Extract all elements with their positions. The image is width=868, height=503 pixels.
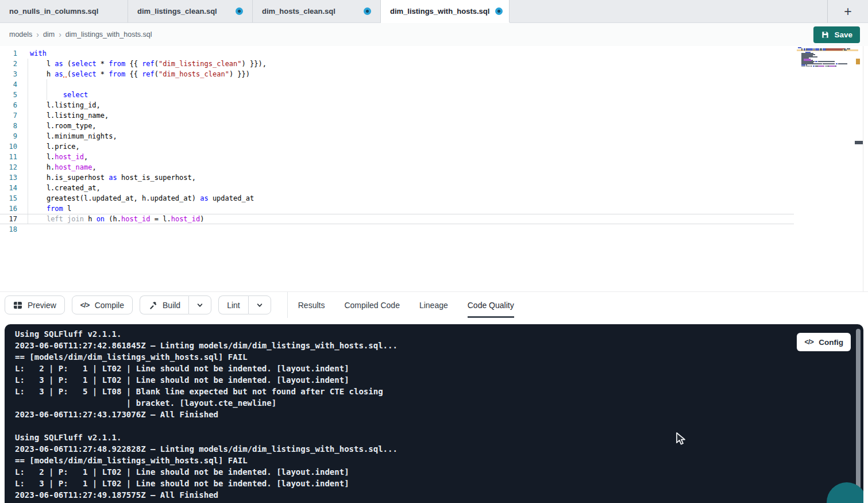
build-dropdown-button[interactable] [188,295,211,314]
line-text: left join h on (h.host_id = l.host_id) [17,214,205,224]
editor-file-tab[interactable]: dim_listings_clean.sql [128,0,253,22]
compile-label: Compile [95,301,124,310]
build-split-button: Build [140,295,211,314]
overview-ruler-warning-marker [856,59,860,64]
line-number: 12 [0,162,17,172]
panel-tab-results[interactable]: Results [298,292,325,318]
tab-label: dim_hosts_clean.sql [262,7,335,16]
code-line[interactable]: 16 from l [0,203,794,214]
terminal-scrollbar[interactable] [856,329,861,503]
preview-button[interactable]: Preview [5,295,65,314]
code-line[interactable]: 7 l.listing_name, [0,110,794,121]
config-button[interactable]: </> Config [797,333,851,351]
lint-split-button: Lint [218,295,271,314]
line-number: 7 [0,110,17,121]
save-icon [821,30,830,39]
line-text: with [17,48,47,59]
line-number: 5 [0,90,17,100]
code-line[interactable]: 13 h.is_superhost as host_is_superhost, [0,172,794,183]
save-button-label: Save [834,30,852,39]
line-text: l.host_id, [17,152,88,162]
editor-file-tab[interactable]: dim_listings_with_hosts.sql [381,0,510,22]
line-text: h.host_name, [17,162,97,172]
breadcrumb: models›dim›dim_listings_with_hosts.sql [9,30,152,39]
lint-button[interactable]: Lint [218,295,248,314]
line-text: l.listing_id, [17,100,101,110]
line-text: l.minimum_nights, [17,131,117,141]
code-line[interactable]: 8 l.room_type, [0,121,794,131]
tab-label: dim_listings_with_hosts.sql [390,7,489,16]
action-bar-divider [287,292,288,318]
line-number: 13 [0,172,17,183]
plus-icon: + [844,4,851,20]
line-text: l.created_at, [17,183,101,193]
tab-bar-tabs: no_nulls_in_columns.sqldim_listings_clea… [0,0,510,22]
panel-tab-lineage[interactable]: Lineage [419,292,448,318]
code-line[interactable]: 18 [0,224,794,235]
line-text: l.room_type, [17,121,97,131]
chevron-down-icon [256,302,263,309]
compile-button[interactable]: </> Compile [72,295,133,314]
line-number: 14 [0,183,17,193]
breadcrumb-separator-icon: › [36,30,39,39]
line-text: l as (select * from {{ ref("dim_listings… [17,59,267,69]
terminal-section: Using SQLFluff v2.1.1. 2023-06-06T11:27:… [0,318,868,503]
code-line[interactable]: 6 l.listing_id, [0,100,794,110]
build-button[interactable]: Build [140,295,188,314]
code-line[interactable]: 4 [0,79,794,90]
line-number: 18 [0,224,17,235]
code-icon: </> [80,301,90,309]
lint-dropdown-button[interactable] [248,295,271,314]
modified-dot-icon [495,7,503,15]
terminal-output: Using SQLFluff v2.1.1. 2023-06-06T11:27:… [5,324,863,501]
code-line[interactable]: 12 h.host_name, [0,162,794,172]
line-number: 16 [0,203,17,214]
modified-dot-icon [236,7,243,15]
editor-file-tab[interactable]: dim_hosts_clean.sql [253,0,381,22]
line-number: 8 [0,121,17,131]
editor-file-tab[interactable]: no_nulls_in_columns.sql [0,0,128,22]
tab-label: dim_listings_clean.sql [137,7,217,16]
save-button[interactable]: Save [813,26,860,43]
breadcrumb-item[interactable]: dim [43,30,55,39]
code-line[interactable]: 1with [0,48,794,59]
line-text: h.is_superhost as host_is_superhost, [17,172,196,183]
grid-icon [13,301,22,310]
code-line[interactable]: 9 l.minimum_nights, [0,131,794,141]
code-lines: 1with2 l as (select * from {{ ref("dim_l… [0,48,794,235]
code-line[interactable]: 2 l as (select * from {{ ref("dim_listin… [0,59,794,69]
line-text: from l [17,203,71,214]
panel-tab-code-quality[interactable]: Code Quality [468,292,514,318]
code-line[interactable]: 11 l.host_id, [0,152,794,162]
lint-label: Lint [227,301,240,310]
line-text: h as (select * from {{ ref("dim_hosts_cl… [17,69,250,79]
build-label: Build [163,301,180,310]
code-line[interactable]: 5 select [0,90,794,100]
line-number: 6 [0,100,17,110]
panel-tab-compiled-code[interactable]: Compiled Code [344,292,400,318]
line-text [17,224,30,235]
line-text: select [17,90,88,100]
modified-dot-icon [364,7,371,15]
editor-right-edge [863,46,863,291]
line-number: 15 [0,193,17,203]
chevron-down-icon [196,302,203,309]
code-editor[interactable]: 1with2 l as (select * from {{ ref("dim_l… [0,46,868,291]
code-line[interactable]: 14 l.created_at, [0,183,794,193]
code-line[interactable]: 10 l.price, [0,141,794,152]
overview-ruler-marker [855,141,863,144]
breadcrumb-item[interactable]: dim_listings_with_hosts.sql [65,30,152,39]
line-number: 10 [0,141,17,152]
line-text: l.price, [17,141,80,152]
minimap[interactable] [798,47,856,122]
code-line[interactable]: 3 h as (select * from {{ ref("dim_hosts_… [0,69,794,79]
line-text: greatest(l.updated_at, h.updated_at) as … [17,193,254,203]
file-header-bar: models›dim›dim_listings_with_hosts.sql S… [0,23,868,46]
breadcrumb-item[interactable]: models [9,30,32,39]
panel-tabs: ResultsCompiled CodeLineageCode Quality [298,292,514,318]
code-line[interactable]: 17 left join h on (h.host_id = l.host_id… [0,214,794,224]
breadcrumb-separator-icon: › [59,30,61,39]
new-tab-button[interactable]: + [827,0,868,23]
code-icon: </> [804,338,813,346]
code-line[interactable]: 15 greatest(l.updated_at, h.updated_at) … [0,193,794,203]
